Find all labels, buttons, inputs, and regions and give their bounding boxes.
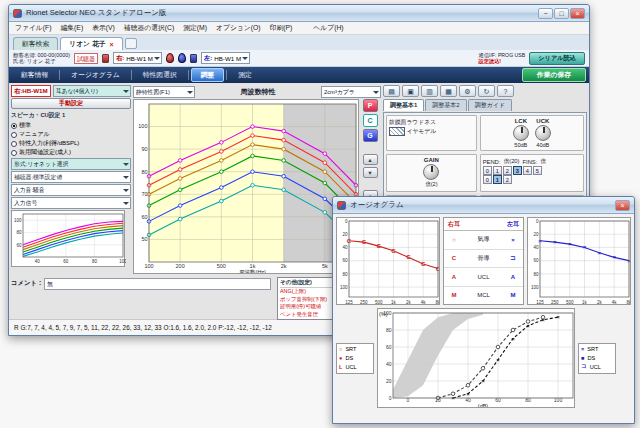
digit-button[interactable]: 2 — [503, 166, 512, 175]
menu-edit[interactable]: 編集(E) — [61, 23, 84, 33]
g-curve-button[interactable]: G — [363, 129, 378, 142]
nav-customer-info[interactable]: 顧客情報 — [12, 69, 57, 81]
speech-legend-left: ×SRT ■DS コUCL — [578, 343, 616, 374]
write-status: 設定読込! — [479, 58, 526, 64]
svg-text:100: 100 — [340, 285, 348, 290]
menu-file[interactable]: ファイル(F) — [15, 23, 52, 33]
gain-knob[interactable] — [423, 164, 439, 180]
svg-text:×: × — [466, 391, 470, 397]
help-icon[interactable]: ? — [497, 85, 514, 97]
digit-button[interactable]: 5 — [533, 166, 542, 175]
digit-button[interactable]: 0 — [483, 166, 492, 175]
menu-print[interactable]: 印刷(P) — [270, 23, 293, 33]
frequency-response-chart: 1002005001k2k5k10k5060708090100周波数(Hz) — [133, 99, 359, 274]
tab-close-icon[interactable]: × — [110, 41, 114, 48]
radio-manual[interactable]: マニュアル — [11, 130, 131, 139]
digit-button[interactable]: 1 — [493, 175, 502, 184]
svg-text:40: 40 — [342, 245, 348, 250]
svg-text:80: 80 — [386, 327, 392, 333]
right-device-select[interactable]: 右: HB-W1 M — [113, 52, 162, 64]
up-arrow-button[interactable]: ▲ — [363, 154, 378, 165]
left-receiver-icon — [190, 54, 197, 63]
main-titlebar[interactable]: Rionet Selector NEO スタンドアローン版 − □ × — [9, 5, 589, 22]
left-device-select[interactable]: 左: HB-W1 M — [201, 52, 250, 64]
svg-text:100: 100 — [119, 259, 126, 264]
nav-chart-select[interactable]: 特性図選択 — [134, 69, 186, 81]
nav-separator — [59, 70, 60, 80]
menu-select-aid[interactable]: 補聴器の選択(C) — [124, 23, 174, 33]
graph-icon[interactable]: ▦ — [440, 85, 457, 97]
svg-text:40: 40 — [35, 259, 41, 264]
radio-icon — [11, 123, 17, 129]
print-icon[interactable]: ▤ — [383, 85, 400, 97]
digit-button[interactable]: 2 — [503, 175, 512, 184]
svg-text:60: 60 — [63, 259, 69, 264]
nav-separator — [226, 70, 227, 80]
nav-adjust[interactable]: 調整 — [191, 68, 225, 82]
input-signal-select[interactable]: 入力信号 — [11, 197, 131, 209]
gain-block: GAIN 倍(2) — [386, 154, 477, 192]
menu-options[interactable]: オプション(O) — [216, 23, 261, 33]
tab-adjust-basic2[interactable]: 調整基本2 — [425, 99, 466, 111]
tab-adjust-guide[interactable]: 調整ガイド — [468, 99, 512, 111]
minimize-button[interactable]: − — [538, 8, 553, 19]
chart-type-select[interactable]: 静特性図(F1) — [133, 86, 195, 98]
svg-text:60: 60 — [16, 243, 22, 248]
radio-standard[interactable]: 標準 — [11, 121, 131, 130]
radio-characteristic-input[interactable]: 特性入力(利得/dBSPL) — [11, 139, 131, 148]
earpiece-select[interactable]: 耳あな(4個入り) — [53, 85, 131, 97]
svg-text:×: × — [481, 378, 485, 384]
ds-left-mark: ■ — [581, 355, 584, 361]
svg-text:80: 80 — [92, 259, 98, 264]
tab-current-customer[interactable]: リオン 花子 × — [60, 37, 122, 50]
radio-icon — [11, 150, 17, 156]
air-label: 気導 — [464, 235, 503, 244]
serial-read-button[interactable]: シリアル読込 — [529, 52, 585, 65]
refresh-icon[interactable]: ↻ — [478, 85, 495, 97]
svg-text:200: 200 — [176, 263, 185, 269]
nav-save-work[interactable]: 作業の保存 — [522, 68, 586, 82]
left-bone-mark: コ — [503, 254, 523, 263]
digit-button[interactable]: 0 — [483, 175, 492, 184]
c-curve-button[interactable]: C — [363, 114, 378, 127]
audiogram-close-button[interactable]: × — [615, 200, 630, 211]
close-button[interactable]: × — [570, 8, 585, 19]
menu-help[interactable]: ヘルプ(H) — [313, 23, 343, 33]
tab-adjust-basic1[interactable]: 調整基本1 — [383, 99, 424, 111]
audiogram-titlebar[interactable]: オージオグラム × — [333, 197, 634, 214]
comment-field[interactable]: 無 — [44, 278, 271, 290]
chart-title: 周波数特性 — [197, 87, 319, 97]
nav-measure[interactable]: 測定 — [229, 69, 261, 81]
fit-select[interactable]: 補聴器:標準設定値 — [11, 171, 131, 183]
nav-audiogram[interactable]: オージオグラム — [62, 69, 129, 81]
manual-setting-button[interactable]: 手動設定 — [11, 98, 131, 109]
new-tab-button[interactable] — [125, 38, 137, 49]
p-curve-button[interactable]: P — [363, 99, 378, 112]
save-icon[interactable]: ▣ — [402, 85, 419, 97]
tab-customer-search[interactable]: 顧客検索 — [13, 37, 58, 50]
digit-button[interactable]: 3 — [513, 166, 522, 175]
loudness-label: 鼓膜面ラウドネス — [389, 118, 474, 127]
copy-icon[interactable]: ▥ — [421, 85, 438, 97]
radio-label: 装用閾値設定(成人) — [19, 148, 71, 157]
menu-measure[interactable]: 測定(M) — [183, 23, 207, 33]
maximize-button[interactable]: □ — [554, 8, 569, 19]
right-device-value: HB-W1 M — [126, 55, 153, 62]
settings-icon[interactable]: ⚙ — [459, 85, 476, 97]
radio-threshold-setting[interactable]: 装用閾値設定(成人) — [11, 148, 131, 157]
uck-knob[interactable] — [535, 125, 551, 141]
input-sound-select[interactable]: 入力音:騒音 — [11, 184, 131, 196]
left-air-mark: × — [503, 237, 523, 243]
lck-knob[interactable] — [513, 125, 529, 141]
style-select[interactable]: 形式:リオネット選択 — [11, 158, 131, 170]
svg-text:500: 500 — [217, 263, 226, 269]
menu-view[interactable]: 表示(V) — [92, 23, 115, 33]
digit-button[interactable]: 1 — [493, 166, 502, 175]
nav-separator — [188, 70, 189, 80]
ucl-left-mark: コ — [581, 363, 587, 371]
down-arrow-button[interactable]: ▼ — [363, 167, 378, 178]
coupler-select[interactable]: 2cm³カプラ — [321, 86, 381, 98]
comm-info: 通信I/F: PROG USB 設定読込! — [479, 52, 526, 64]
svg-text:×: × — [612, 254, 616, 260]
digit-button[interactable]: 4 — [523, 166, 532, 175]
